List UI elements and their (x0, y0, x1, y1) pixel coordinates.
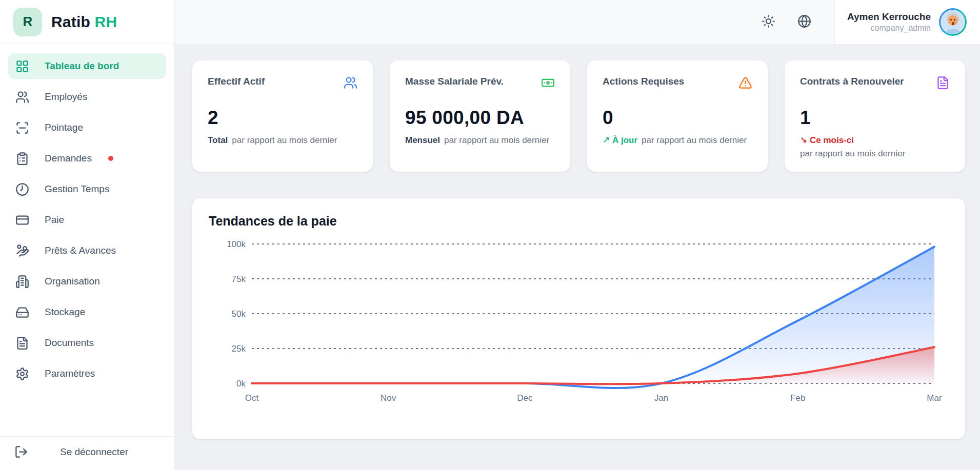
svg-text:Oct: Oct (245, 393, 259, 403)
sidebar-item-label: Organisation (45, 276, 100, 287)
card-header: Effectif Actif (208, 76, 357, 90)
card-footer: Totalpar rapport au mois dernier (208, 134, 357, 147)
logout-button[interactable]: Se déconnecter (10, 445, 164, 459)
users-icon (344, 76, 357, 90)
card-header: Actions Requises (603, 76, 752, 90)
language-button[interactable] (792, 10, 816, 34)
card-header: Contrats à Renouveler (800, 76, 950, 90)
svg-text:0k: 0k (236, 379, 246, 389)
notification-dot (108, 156, 113, 161)
svg-text:50k: 50k (232, 309, 246, 319)
card-value: 0 (603, 107, 752, 129)
clipboard-icon (15, 152, 29, 166)
sidebar-item-label: Stockage (45, 306, 85, 318)
card-footer-text: par rapport au mois dernier (642, 135, 747, 145)
card-footer: Mensuelpar rapport au mois dernier (405, 134, 555, 147)
sidebar-item-parametres[interactable]: Paramètres (8, 361, 166, 386)
banknote-icon (541, 76, 555, 90)
svg-text:75k: 75k (232, 274, 246, 284)
alert-triangle-icon (738, 76, 752, 90)
stat-card-masse-salariale: Masse Salariale Prév.95 000,00 DAMensuel… (390, 60, 570, 172)
brand: R Ratib RH (0, 0, 174, 44)
app-root: R Ratib RH Tableau de bordEmployésPointa… (0, 0, 980, 470)
brand-name-main: Ratib (51, 13, 90, 30)
sidebar-item-label: Paramètres (45, 368, 95, 379)
card-footer-highlight: ↗ À jour (603, 135, 637, 145)
stat-card-actions-requises: Actions Requises0↗ À jourpar rapport au … (587, 60, 768, 172)
theme-toggle-button[interactable] (756, 10, 780, 34)
sidebar-item-label: Paie (45, 214, 64, 226)
brand-name: Ratib RH (51, 13, 117, 31)
card-footer: ↘ Ce mois-cipar rapport au mois dernier (800, 134, 950, 161)
user-name: Aymen Kerrouche (847, 11, 931, 23)
card-title: Contrats à Renouveler (800, 76, 904, 87)
card-footer: ↗ À jourpar rapport au mois dernier (603, 134, 752, 147)
svg-text:Jan: Jan (654, 393, 668, 403)
clock-icon (15, 182, 29, 196)
sidebar-item-label: Pointage (45, 122, 83, 133)
avatar[interactable] (939, 8, 967, 36)
series-1-area (252, 247, 934, 388)
svg-text:Feb: Feb (790, 393, 805, 403)
user-role: company_admin (847, 24, 931, 33)
card-title: Masse Salariale Prév. (405, 76, 504, 87)
sun-icon (762, 14, 775, 30)
sidebar-item-pointage[interactable]: Pointage (8, 115, 166, 140)
file-text-icon (936, 76, 950, 90)
card-footer-text: par rapport au mois dernier (800, 147, 950, 160)
card-footer-highlight: Mensuel (405, 135, 440, 145)
user-chip[interactable]: Aymen Kerrouche company_admin (834, 0, 980, 44)
sidebar-item-label: Prêts & Avances (45, 245, 116, 256)
sidebar-footer: Se déconnecter (0, 436, 174, 470)
sidebar-item-label: Employés (45, 91, 87, 103)
payroll-trends-card: Tendances de la paie 0k25k50k75k100kOctN… (192, 198, 965, 439)
card-title: Actions Requises (603, 76, 684, 87)
sidebar-item-label: Tableau de bord (45, 60, 119, 72)
area-chart-svg: 0k25k50k75k100kOctNovDecJanFebMar (209, 237, 949, 408)
chart-title: Tendances de la paie (209, 214, 949, 229)
svg-text:Nov: Nov (381, 393, 396, 403)
sidebar-nav: Tableau de bordEmployésPointageDemandesG… (0, 44, 174, 436)
sidebar-item-prets-avances[interactable]: Prêts & Avances (8, 238, 166, 263)
brand-logo: R (13, 8, 42, 36)
sidebar-item-label: Documents (45, 337, 94, 349)
logout-icon (14, 445, 28, 459)
sidebar-item-label: Demandes (45, 153, 92, 164)
payroll-trends-chart: 0k25k50k75k100kOctNovDecJanFebMar (209, 237, 949, 410)
sidebar-item-tableau-de-bord[interactable]: Tableau de bord (8, 53, 166, 79)
dashboard-grid-icon (15, 59, 29, 73)
dashboard-content: Effectif Actif2Totalpar rapport au mois … (175, 44, 980, 470)
logout-label: Se déconnecter (28, 446, 160, 458)
sidebar-item-documents[interactable]: Documents (8, 330, 166, 356)
sidebar-item-label: Gestion Temps (45, 183, 109, 195)
topbar: Aymen Kerrouche company_admin (175, 0, 980, 44)
brand-name-suffix: RH (95, 13, 117, 30)
card-title: Effectif Actif (208, 76, 265, 87)
card-footer-highlight: ↘ Ce mois-ci (800, 134, 950, 147)
credit-card-icon (15, 213, 29, 227)
stat-card-contrats-renouveler: Contrats à Renouveler1↘ Ce mois-cipar ra… (785, 60, 965, 172)
svg-text:Mar: Mar (927, 393, 942, 403)
sidebar-item-organisation[interactable]: Organisation (8, 269, 166, 294)
card-footer-text: par rapport au mois dernier (444, 135, 549, 145)
sidebar-item-gestion-temps[interactable]: Gestion Temps (8, 176, 166, 202)
building-icon (15, 275, 29, 289)
hard-drive-icon (15, 305, 29, 319)
svg-text:100k: 100k (227, 239, 246, 249)
brand-logo-letter: R (23, 14, 33, 30)
card-header: Masse Salariale Prév. (405, 76, 555, 90)
card-value: 1 (800, 107, 950, 129)
stat-card-effectif-actif: Effectif Actif2Totalpar rapport au mois … (192, 60, 373, 172)
avatar-face (941, 10, 965, 34)
card-value: 95 000,00 DA (405, 107, 555, 129)
svg-text:Dec: Dec (517, 393, 533, 403)
sidebar-item-paie[interactable]: Paie (8, 207, 166, 233)
globe-icon (797, 14, 811, 30)
settings-icon (15, 367, 29, 381)
sidebar-item-demandes[interactable]: Demandes (8, 146, 166, 171)
main-area: Aymen Kerrouche company_admin Effectif A… (175, 0, 980, 470)
sidebar-item-employes[interactable]: Employés (8, 84, 166, 110)
svg-text:25k: 25k (232, 344, 246, 354)
sidebar-item-stockage[interactable]: Stockage (8, 299, 166, 325)
file-text-icon (15, 336, 29, 350)
